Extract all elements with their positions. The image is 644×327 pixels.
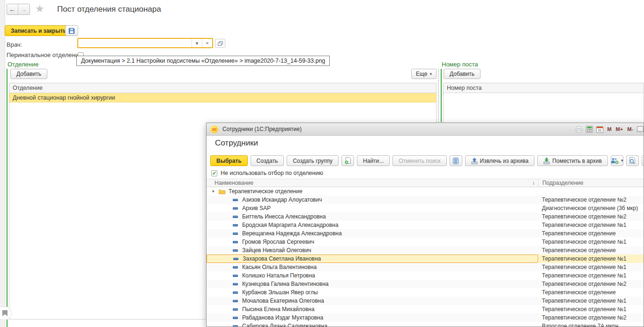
left-dock-rail [0, 0, 5, 327]
employee-name: Рабаданова Издаг Мухтаровна [242, 314, 323, 321]
table-row[interactable]: ▾ Азизов Искандар Алоусатович Терапевтич… [207, 196, 644, 204]
dialog-titlebar[interactable]: 1С Сотрудники (1С:Предприятие) 31 М М+ М… [207, 123, 644, 136]
table-row[interactable]: ▾ Колишко Наталья Петровна Терапевтическ… [207, 271, 644, 280]
doctor-input-text[interactable] [78, 39, 192, 47]
dialog-title: Сотрудники (1С:Предприятие) [222, 126, 302, 132]
save-and-close-button[interactable]: Записать и закрыть [5, 25, 73, 36]
employees-dialog: 1С Сотрудники (1С:Предприятие) 31 М М+ М… [206, 123, 644, 327]
employee-icon [233, 300, 238, 302]
employee-name: Сабирова Диана Салимжановна [242, 323, 327, 327]
calculator-icon[interactable] [586, 126, 593, 133]
employee-name: Верещагина Надежда Александровна [242, 230, 342, 237]
employee-name-cell: ▾ Сабирова Диана Салимжановна [207, 322, 538, 327]
post-add-button[interactable]: Добавить [444, 69, 481, 79]
table-row[interactable]: ▾ Архив SAP Диагностическое отделение (3… [207, 204, 644, 212]
employee-icon [233, 207, 238, 210]
department-row-label: Дневной стационар гнойной хирургии [13, 94, 115, 101]
memory-m-minus-button[interactable]: М- [627, 126, 634, 132]
employee-name: Архив SAP [242, 205, 271, 211]
employee-name-cell: ▾ Терапевтическое отделение [207, 187, 538, 196]
employees-table: Наименование ↓ Подразделение ▾ Терапевти… [207, 179, 644, 327]
expander-icon[interactable]: ▾ [212, 189, 217, 194]
chevron-down-icon: ▾ [429, 72, 432, 76]
employee-name: Бродская Маргарита Александровна [242, 222, 338, 228]
archive-button[interactable]: Поместить в архив [537, 155, 608, 166]
department-more-button[interactable]: Еще ▾ [411, 69, 437, 79]
memory-m-button[interactable]: М [607, 126, 612, 132]
employee-name: Кузнецова Галина Валентиновна [242, 281, 328, 287]
preview-button[interactable] [626, 155, 639, 166]
employee-department: Взрослое отделение 7А мкрн. [538, 322, 644, 327]
department-add-button[interactable]: Добавить [10, 69, 47, 79]
forward-button[interactable]: → [18, 4, 30, 15]
doctor-dropdown-button[interactable]: ▾ [192, 39, 202, 47]
memory-m-plus-button[interactable]: М+ [615, 126, 624, 132]
select-button[interactable]: Выбрать [210, 155, 248, 166]
employee-name: Терапевтическое отделение [229, 188, 303, 195]
favorite-star-icon[interactable]: ★ [35, 3, 44, 15]
table-row[interactable]: ▾ Терапевтическое отделение [207, 187, 644, 196]
table-row[interactable]: ▾ Биттель Инесса Александровна Терапевти… [207, 212, 644, 221]
calendar-icon[interactable]: 31 [596, 126, 603, 133]
table-row[interactable]: ▾ Кузнецова Галина Валентиновна Терапевт… [207, 280, 644, 288]
unarchive-icon [471, 158, 478, 164]
employee-department [538, 187, 644, 196]
sort-desc-icon: ↓ [533, 180, 535, 185]
find-button[interactable]: Найти... [357, 155, 390, 166]
employee-icon [233, 233, 238, 235]
print-icon[interactable] [575, 126, 583, 132]
dialog-toolbar: Выбрать Создать Создать группу Найти... … [210, 155, 642, 166]
table-row[interactable]: ▾ Бродская Маргарита Александровна Терап… [207, 221, 644, 229]
post-column-header[interactable]: Номер поста [444, 83, 644, 93]
cancel-search-button[interactable]: Отменить поиск [392, 155, 446, 166]
list-settings-button[interactable] [450, 155, 462, 166]
list-icon [453, 158, 459, 164]
add-users-button[interactable]: ▾ [611, 155, 623, 166]
save-button[interactable] [65, 25, 78, 36]
perinatal-label: Перинатальное отделение [7, 51, 82, 58]
folder-icon [219, 189, 225, 194]
department-panel-marker [7, 69, 7, 327]
doctor-input[interactable]: ▾ × [77, 38, 213, 48]
create-button[interactable]: Создать [251, 155, 284, 166]
name-column-header[interactable]: Наименование ↓ [207, 180, 538, 186]
table-row[interactable]: ▾ Касьян Ольга Валентиновна Терапевтичес… [207, 263, 644, 271]
panel-splitter[interactable] [438, 69, 439, 122]
department-column-header[interactable]: Отделение [9, 83, 436, 93]
archive-icon [543, 158, 550, 164]
doctor-choose-button[interactable] [215, 39, 225, 48]
unarchive-label: Извлечь из архива [480, 158, 529, 164]
table-row[interactable]: ▾ Зайцев Николай Олегович Терапевтическо… [207, 246, 644, 254]
table-row[interactable]: ▾ Громов Ярослав Сергеевич Терапевтическ… [207, 238, 644, 246]
window-control-partial[interactable] [637, 126, 644, 132]
department-column-header[interactable]: Подразделение [538, 179, 644, 187]
dialog-more-button[interactable]: Еще ▾ [642, 155, 644, 166]
doctor-clear-button[interactable]: × [202, 39, 212, 47]
back-button[interactable]: ← [7, 4, 18, 15]
table-row[interactable]: Дневной стационар гнойной хирургии [9, 93, 436, 102]
unarchive-button[interactable]: Извлечь из архива [465, 155, 535, 166]
name-column-label: Наименование [215, 180, 253, 186]
create-group-button[interactable]: Создать группу [287, 155, 339, 166]
table-row[interactable]: ▾ Мочалова Екатерина Олеговна Терапевтич… [207, 297, 644, 305]
employee-icon [233, 249, 238, 252]
employee-icon [233, 224, 238, 226]
dialog-heading: Сотрудники [215, 138, 258, 148]
employee-icon [233, 199, 238, 201]
table-row[interactable]: ▾ Захарова Светлана Ивановна Терапевтиче… [207, 254, 644, 263]
employee-department: Терапевтическое отделение №1 [538, 221, 644, 229]
document-search-icon [629, 157, 636, 164]
employee-icon [233, 283, 238, 285]
table-row[interactable]: ▾ Сабирова Диана Салимжановна Взрослое о… [207, 322, 644, 327]
table-row[interactable]: ▾ Пысина Елена Михайловна Терапевтическо… [207, 305, 644, 313]
employee-department: Терапевтическое отделение [538, 229, 644, 238]
tooltip: Документация > 2.1 Настройки подсистемы … [76, 56, 330, 66]
clear-icon: × [206, 40, 208, 46]
create-group-icon-button[interactable] [341, 155, 354, 166]
table-row[interactable]: ▾ Курбанов Эльшан Явер оглы Терапевтичес… [207, 288, 644, 297]
filter-checkbox[interactable]: ✔ [211, 170, 217, 176]
table-row[interactable]: ▾ Рабаданова Издаг Мухтаровна Терапевтич… [207, 313, 644, 322]
save-icon [68, 28, 75, 34]
table-row[interactable]: ▾ Верещагина Надежда Александровна Терап… [207, 229, 644, 238]
employee-icon [233, 291, 238, 294]
